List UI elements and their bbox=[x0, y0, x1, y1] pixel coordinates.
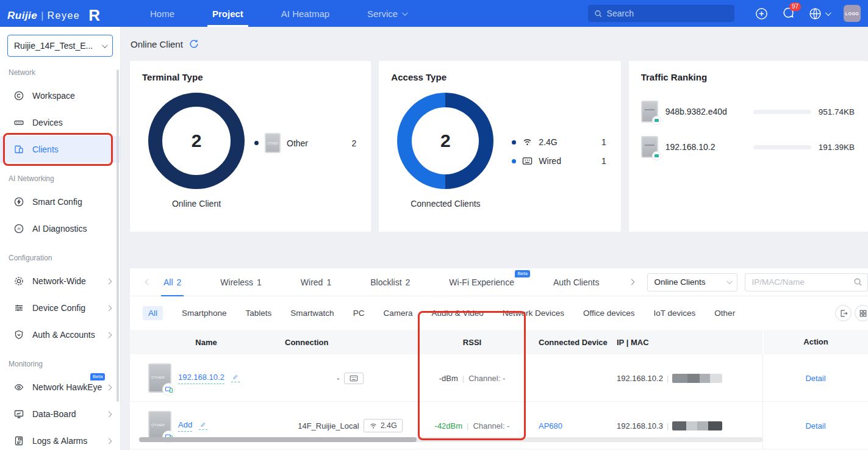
channel-value: Channel: - bbox=[473, 421, 509, 430]
smart-config-icon bbox=[13, 196, 24, 207]
edit-icon[interactable] bbox=[231, 374, 240, 382]
brand-divider: | bbox=[41, 10, 43, 21]
tabs-scroll-left-icon[interactable] bbox=[145, 279, 151, 285]
export-icon bbox=[839, 309, 848, 318]
tab-blocklist[interactable]: Blocklist2 bbox=[370, 268, 410, 296]
tabs-scroll-right-icon[interactable] bbox=[629, 279, 635, 285]
horizontal-scrollbar bbox=[139, 437, 762, 442]
sidebar-item-smart-config[interactable]: Smart Config bbox=[0, 188, 120, 215]
client-filter-search[interactable] bbox=[745, 273, 868, 291]
global-search-input[interactable] bbox=[607, 9, 728, 18]
client-view-select[interactable]: Online Clients bbox=[647, 273, 737, 291]
legend-label: Other bbox=[287, 138, 308, 148]
brand-primary: Ruijie bbox=[7, 10, 37, 22]
client-sync-icon bbox=[652, 151, 661, 160]
nav-item-service[interactable]: Service bbox=[367, 0, 406, 27]
sidebar-item-data-board[interactable]: Data-Board bbox=[0, 401, 120, 427]
traffic-value: 191.39KB bbox=[819, 143, 856, 152]
sidebar-item-workspace[interactable]: Workspace bbox=[0, 82, 120, 109]
traffic-device-name: 948b.9382.e40d bbox=[665, 107, 746, 116]
legend-dot bbox=[512, 140, 516, 145]
filter-chip-tablets[interactable]: Tablets bbox=[246, 309, 272, 318]
chevron-right-icon bbox=[106, 305, 112, 311]
client-ip: 192.168.10.2 bbox=[617, 374, 663, 383]
brand-logo[interactable]: Ruijie | Reyee R bbox=[0, 4, 100, 23]
table-row: OTHER Add 14F_Ruijie_Local 2.4G -42dBm | bbox=[130, 402, 868, 449]
filter-chip-iot-devices[interactable]: IoT devices bbox=[654, 309, 696, 318]
export-button[interactable] bbox=[835, 305, 852, 321]
terminal-type-title: Terminal Type bbox=[142, 72, 359, 82]
traffic-value: 951.74KB bbox=[819, 107, 856, 116]
chevron-down-icon bbox=[726, 278, 733, 284]
refresh-icon[interactable] bbox=[189, 39, 199, 49]
client-name-link[interactable]: Add bbox=[178, 420, 192, 432]
tab-wifi-experience[interactable]: Wi-Fi Experience Beta bbox=[449, 268, 514, 296]
section-label-network: Network bbox=[0, 57, 120, 82]
nav-item-project[interactable]: Project bbox=[212, 0, 243, 27]
rssi-value: -42dBm bbox=[435, 421, 463, 430]
client-name-link[interactable]: 192.168.10.2 bbox=[178, 373, 224, 384]
detail-link[interactable]: Detail bbox=[805, 374, 825, 383]
chevron-right-icon bbox=[106, 384, 112, 390]
sidebar-item-ai-diagnostics[interactable]: AI AI Diagnostics bbox=[0, 215, 120, 242]
sidebar-item-network-wide[interactable]: Network-Wide bbox=[0, 268, 120, 295]
column-settings-button[interactable] bbox=[855, 305, 868, 321]
horizontal-scrollbar-thumb[interactable] bbox=[139, 437, 417, 442]
connection-type-badge: 2.4G bbox=[364, 419, 403, 432]
filter-chip-camera[interactable]: Camera bbox=[383, 309, 412, 318]
channel-value: Channel: - bbox=[468, 374, 505, 383]
tab-wired[interactable]: Wired1 bbox=[301, 268, 331, 296]
tab-auth-clients[interactable]: Auth Clients bbox=[553, 268, 599, 296]
tab-wireless[interactable]: Wireless1 bbox=[220, 268, 261, 296]
sidebar-item-device-config[interactable]: Device Config bbox=[0, 295, 120, 321]
project-selector[interactable]: Ruijie_14F_Test_E... bbox=[7, 35, 113, 57]
filter-chip-network-devices[interactable]: Network Devices bbox=[503, 309, 564, 318]
sidebar-scrollbar[interactable] bbox=[117, 70, 119, 402]
sidebar-item-clients[interactable]: Clients bbox=[0, 136, 120, 163]
legend-dot bbox=[512, 159, 516, 163]
chevron-right-icon bbox=[106, 332, 112, 338]
legend-item-24g: 2.4G 1 bbox=[512, 137, 606, 147]
sidebar-item-logs-alarms[interactable]: Logs & Alarms bbox=[0, 427, 120, 450]
filter-chip-smartwatch[interactable]: Smartwatch bbox=[290, 309, 334, 318]
wired-port-icon bbox=[350, 375, 358, 382]
main-nav: Home Project AI Heatmap Service bbox=[150, 0, 406, 27]
global-search[interactable] bbox=[588, 5, 734, 22]
language-selector[interactable] bbox=[809, 7, 830, 20]
section-label-ai-networking: AI Networking bbox=[0, 163, 120, 188]
filter-chip-smartphone[interactable]: Smartphone bbox=[182, 309, 227, 318]
detail-link[interactable]: Detail bbox=[805, 421, 825, 430]
column-header-ip-mac: IP | MAC bbox=[612, 338, 762, 347]
client-filter-input[interactable] bbox=[751, 277, 850, 287]
sidebar-item-auth-accounts[interactable]: Auth & Accounts bbox=[0, 321, 120, 348]
clients-icon bbox=[13, 144, 24, 155]
sidebar-item-network-hawkeye[interactable]: Network HawkEye Beta bbox=[0, 374, 120, 401]
filter-chip-all[interactable]: All bbox=[143, 306, 163, 320]
device-thumbnail: OTHER bbox=[148, 363, 171, 393]
filter-chip-other[interactable]: Other bbox=[714, 309, 735, 318]
svg-text:AI: AI bbox=[17, 227, 21, 230]
sidebar-item-devices[interactable]: Devices bbox=[0, 109, 120, 136]
main-content: Online Client Terminal Type 2 Online Cli… bbox=[121, 27, 868, 450]
navbar-icons: 97 LOGO bbox=[755, 5, 868, 22]
connected-device-link[interactable]: AP680 bbox=[539, 421, 562, 430]
section-label-monitoring: Monitoring bbox=[0, 348, 120, 374]
filter-chip-audio-video[interactable]: Audio & Video bbox=[431, 309, 483, 318]
nav-item-home[interactable]: Home bbox=[150, 0, 174, 27]
access-type-card: Access Type 2 Connected Clients 2.4G 1 bbox=[379, 61, 620, 232]
legend-value: 1 bbox=[601, 137, 606, 147]
account-avatar[interactable]: LOGO bbox=[844, 5, 861, 22]
nav-item-ai-heatmap[interactable]: AI Heatmap bbox=[281, 0, 329, 27]
edit-icon[interactable] bbox=[199, 421, 207, 430]
chevron-down-icon bbox=[102, 42, 108, 48]
ai-diagnostics-icon: AI bbox=[13, 223, 24, 234]
connection-text: 14F_Ruijie_Local bbox=[298, 421, 359, 430]
messages-button[interactable]: 97 bbox=[782, 7, 795, 20]
legend-value: 2 bbox=[352, 138, 357, 148]
client-sync-icon bbox=[652, 116, 661, 125]
tab-all[interactable]: All2 bbox=[163, 268, 181, 296]
filter-chip-office-devices[interactable]: Office devices bbox=[583, 309, 635, 318]
add-project-button[interactable] bbox=[755, 7, 768, 20]
project-selector-value: Ruijie_14F_Test_E... bbox=[14, 41, 93, 51]
filter-chip-pc[interactable]: PC bbox=[353, 309, 365, 318]
